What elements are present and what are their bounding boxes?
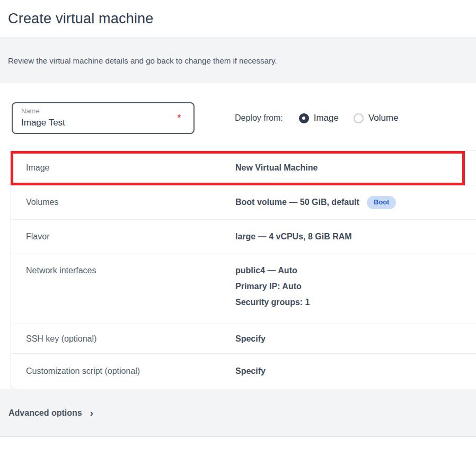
footer-band: Advanced options › [0, 389, 476, 437]
boot-badge: Boot [367, 196, 396, 209]
network-line-3: Security groups: 1 [235, 294, 310, 310]
row-value-customization-script: Specify [235, 363, 266, 379]
summary-row-volumes[interactable]: Volumes Boot volume — 50 GiB, default Bo… [11, 185, 476, 220]
customization-script-specify-link[interactable]: Specify [235, 363, 266, 379]
row-label-volumes: Volumes [11, 194, 235, 210]
radio-selected-icon [299, 113, 309, 123]
row-value-flavor: large — 4 vCPUs, 8 GiB RAM [235, 229, 352, 245]
row-value-ssh-key: Specify [235, 331, 266, 347]
vm-name-input[interactable] [21, 115, 172, 129]
image-value: New Virtual Machine [235, 160, 318, 176]
review-description: Review the virtual machine details and g… [0, 56, 277, 65]
vm-name-field[interactable]: Name * [12, 102, 195, 134]
vm-name-label: Name [21, 107, 172, 115]
deploy-from-label: Deploy from: [235, 113, 283, 123]
row-label-network: Network interfaces [11, 263, 235, 279]
ssh-key-specify-link[interactable]: Specify [235, 331, 266, 347]
radio-deploy-image[interactable]: Image [299, 113, 339, 123]
row-value-network: public4 — Auto Primary IP: Auto Security… [235, 263, 310, 310]
page-title: Create virtual machine [8, 11, 154, 27]
volumes-value: Boot volume — 50 GiB, default [235, 194, 359, 210]
radio-volume-label: Volume [368, 113, 399, 123]
row-label-customization-script: Customization script (optional) [11, 363, 235, 379]
deploy-from-group: Deploy from: Image Volume [235, 102, 413, 134]
row-label-ssh-key: SSH key (optional) [11, 331, 235, 347]
row-label-flavor: Flavor [11, 229, 235, 245]
network-line-1: public4 — Auto [235, 263, 310, 279]
row-label-image: Image [11, 160, 235, 176]
radio-deploy-volume[interactable]: Volume [354, 113, 399, 123]
chevron-right-icon: › [90, 409, 93, 417]
summary-row-ssh-key[interactable]: SSH key (optional) Specify [11, 324, 476, 354]
network-line-2: Primary IP: Auto [235, 279, 310, 294]
summary-row-customization-script[interactable]: Customization script (optional) Specify [11, 354, 476, 389]
required-asterisk-icon: * [178, 113, 181, 123]
review-description-band: Review the virtual machine details and g… [0, 38, 476, 83]
page-header: Create virtual machine [0, 0, 476, 38]
row-value-volumes: Boot volume — 50 GiB, default Boot [235, 194, 396, 210]
radio-unselected-icon [354, 113, 364, 123]
summary-row-flavor[interactable]: Flavor large — 4 vCPUs, 8 GiB RAM [11, 220, 476, 254]
summary-row-network-interfaces[interactable]: Network interfaces public4 — Auto Primar… [11, 254, 476, 324]
flavor-value: large — 4 vCPUs, 8 GiB RAM [235, 229, 352, 245]
row-value-image: New Virtual Machine [235, 160, 318, 176]
summary-row-image[interactable]: Image New Virtual Machine [11, 150, 476, 185]
vm-summary-card: Image New Virtual Machine Volumes Boot v… [11, 150, 476, 389]
advanced-options-link[interactable]: Advanced options › [8, 408, 93, 418]
create-vm-page: Create virtual machine Review the virtua… [0, 0, 476, 474]
advanced-options-label: Advanced options [8, 408, 82, 418]
radio-image-label: Image [314, 113, 339, 123]
